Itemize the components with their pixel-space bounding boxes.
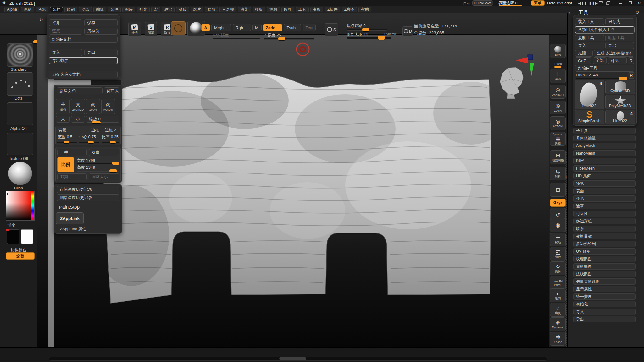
menu-item[interactable]: 笔刷 [21, 7, 34, 12]
right-shelf-button[interactable]: ✛ 移动 [550, 233, 566, 246]
tool-subpalette-header[interactable]: HD 几何 [573, 173, 636, 179]
doc-nav-button[interactable]: ◎ AC50% [101, 99, 115, 114]
import-tool-button[interactable]: 导入 [575, 42, 604, 49]
doc-rate-slider-label[interactable]: 比率 0.25 [102, 134, 119, 140]
palette-pin-icon[interactable]: « [568, 10, 570, 15]
export-tool-button[interactable]: 导出 [605, 42, 634, 49]
h-scrollbar-thumb[interactable]: ≡ [279, 357, 306, 360]
active-tool-slider-label[interactable]: Line022. 48 [576, 73, 598, 77]
doc-crop-button[interactable]: 裁剪 [57, 173, 87, 180]
secondary-color-swatch[interactable] [21, 229, 33, 244]
doc-open-button[interactable]: 打开 [49, 19, 82, 26]
stroke-thumb[interactable] [7, 72, 33, 96]
rgb-intensity-track[interactable] [213, 38, 260, 39]
doc-nav-button[interactable]: ◎ 100% [86, 99, 100, 114]
tool-subpalette-header[interactable]: 初始化 [573, 301, 636, 307]
menu-item[interactable]: 工具 [296, 7, 309, 12]
doc-resize-button[interactable]: 调整大小 [89, 173, 119, 180]
doc-nav-button[interactable]: ✛ 滚动 [56, 99, 70, 114]
minimize-icon[interactable] [619, 3, 622, 4]
active-tool-handle[interactable] [619, 77, 627, 80]
material-thumb[interactable] [8, 162, 32, 185]
gradient-label[interactable]: 渐变 [8, 223, 26, 228]
tool-subpalette-header[interactable]: 联系 [573, 226, 636, 232]
zapplink-button[interactable]: ZAppLink [56, 212, 84, 224]
polymesh3d-thumb[interactable]: PolyMesh3D [605, 95, 635, 109]
make-polymesh-button[interactable]: 生成 多边形网格物体 [594, 50, 634, 57]
tool-subpalette-header[interactable]: 法线贴图 [573, 271, 636, 277]
doc-width-handle[interactable] [112, 162, 119, 165]
right-shelf-button[interactable]: ◎ 100% [550, 101, 566, 114]
tool-r-button[interactable]: R [628, 72, 635, 79]
tray-divider-handle[interactable] [54, 80, 91, 85]
menu-item[interactable]: 编辑 [93, 7, 106, 12]
color-picker[interactable] [6, 191, 35, 221]
restore-config-icon[interactable] [607, 1, 610, 4]
alpha-thumb[interactable] [7, 102, 33, 125]
current-brush-thumb[interactable] [7, 43, 33, 67]
doc-revert-button[interactable]: 还原 [49, 28, 82, 35]
panel-refresh-icon[interactable]: ↻ [39, 17, 43, 22]
lightbox-tool-button[interactable]: 灯箱▶工具 [575, 65, 634, 72]
goz-all-button[interactable]: 全部 [593, 57, 607, 64]
right-shelf-button[interactable]: ↻ 旋转 [550, 261, 566, 275]
doc-zoom-handle[interactable] [92, 121, 101, 123]
tool-subpalette-header[interactable]: 预览 [573, 180, 636, 187]
tool-subpalette-header[interactable]: 统一蒙皮 [573, 293, 636, 300]
load-from-project-button[interactable]: 从项目文件载入工具 [575, 26, 634, 33]
tool-subpalette-header[interactable]: 导出 [573, 316, 636, 322]
menu-toggle-button[interactable]: 菜单 [531, 0, 545, 6]
m-button[interactable]: M [252, 24, 262, 31]
menu-item[interactable]: 渲染 [238, 7, 251, 12]
tool-subpalette-header[interactable]: 可见性 [573, 211, 636, 217]
doc-width-slider-label[interactable]: 宽度 1799 [77, 158, 95, 163]
tool-subpalette-header[interactable]: 几何体编辑 [573, 135, 636, 141]
doc-border-label[interactable]: 边框 [91, 128, 99, 133]
dynamic-subdiv-button[interactable]: D [402, 26, 413, 36]
tool-subpalette-header[interactable]: 变换目标 [573, 233, 636, 239]
menu-item[interactable]: Z脚本 [342, 7, 357, 12]
doc-save-as-button[interactable]: 另存为 [84, 28, 118, 35]
right-shelf-button[interactable]: 子像素 [550, 61, 566, 69]
alternate-button[interactable]: 交替 [6, 252, 35, 260]
active-tool-thumb[interactable]: 4 Line022 [575, 80, 604, 109]
doc-wsize-button[interactable]: 窗口大小 [104, 87, 119, 94]
prev-ui-arrow-icon[interactable]: ◀❚❚ [578, 1, 587, 5]
menu-item[interactable]: 文件 [108, 7, 121, 12]
tool-subpalette-header[interactable]: ArrayMesh [573, 143, 636, 149]
close-icon[interactable]: ✕ [638, 1, 641, 5]
tool-subpalette-header[interactable]: 图层 [573, 158, 636, 164]
doc-new-document-button[interactable]: 新建文档 [57, 87, 103, 94]
next-ui-arrow-icon[interactable]: ❚❚▶ [589, 1, 598, 5]
right-shelf-button[interactable]: ⊞ 地面网格 [550, 150, 566, 164]
menu-item[interactable]: 色彩 [36, 7, 48, 12]
palette-cycle-icon[interactable]: ↺ [636, 10, 639, 15]
tool-subpalette-header[interactable]: 遮罩 [573, 203, 636, 209]
draw-size-handle[interactable] [378, 36, 385, 40]
save-as-tool-button[interactable]: 另存为 [605, 18, 634, 25]
menu-item[interactable]: 首选项 [219, 7, 236, 12]
restore-window-icon[interactable] [629, 1, 632, 4]
mrgb-button[interactable]: Mrgb [211, 24, 231, 31]
zapplink-props-label[interactable]: ZAppLink 属性 [60, 226, 86, 232]
tool-subpalette-header[interactable]: UV 贴图 [573, 248, 636, 255]
right-shelf-button[interactable]: ◈ Dynamic [550, 317, 566, 331]
doc-zoom-slider[interactable]: 缩放 0.1 [86, 116, 119, 123]
right-shelf-button[interactable]: ◰ 缩放 [550, 247, 566, 261]
right-shelf-button[interactable]: ◉ [550, 218, 566, 232]
menu-item[interactable]: 标记 [162, 7, 175, 12]
goz-visible-button[interactable]: 可见 [608, 57, 627, 64]
default-zscript-button[interactable]: DefaultZScript [547, 1, 572, 5]
menu-item[interactable]: Z插件 [325, 7, 340, 12]
doc-nav-button[interactable]: ◎ Zoom2D [71, 99, 85, 114]
menu-item[interactable]: 笔触 [267, 7, 280, 12]
doc-lightbox-document-button[interactable]: 灯箱▶文档 [49, 36, 118, 43]
right-shelf-button[interactable]: ✛ 滚动 [550, 69, 566, 83]
right-shelf-button[interactable]: ⇉ Xpose [550, 332, 566, 346]
doc-border2-label[interactable]: 边框 2 [105, 128, 116, 133]
load-tool-button[interactable]: 载入工具 [575, 18, 604, 25]
main-color-swatch[interactable] [7, 229, 19, 244]
draw-size-slider-label[interactable]: 绘制大小 64 [347, 32, 368, 37]
menu-item[interactable]: 动态 [79, 7, 92, 12]
tool-subpalette-header[interactable]: NanoMesh [573, 150, 636, 156]
